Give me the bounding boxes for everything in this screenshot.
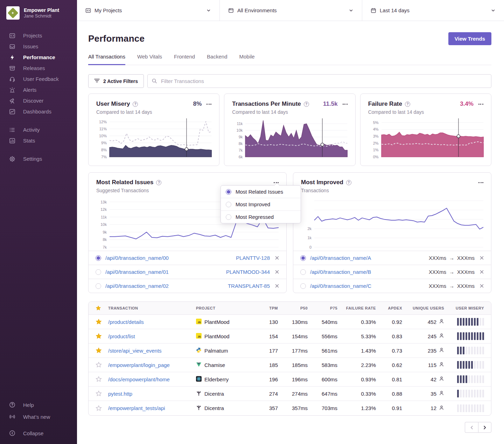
help-icon[interactable]: ? [405, 102, 410, 107]
sidebar-item-user-feedback[interactable]: User Feedback [0, 74, 77, 84]
sidebar-item-projects[interactable]: Projects [0, 30, 77, 41]
sidebar-item-help[interactable]: Help [0, 399, 77, 411]
svg-text:JS: JS [198, 335, 201, 338]
widgets-row: Most Related Issues ? Suggested Transact… [88, 172, 491, 293]
col-apdex: APDEX [378, 306, 404, 310]
tab-backend[interactable]: Backend [207, 54, 227, 65]
close-icon[interactable] [275, 270, 279, 274]
star-filled-icon[interactable] [89, 347, 108, 354]
help-icon[interactable]: ? [133, 102, 138, 107]
transaction-link[interactable]: pytest.http [108, 391, 132, 397]
previous-page-button[interactable] [465, 422, 478, 433]
star-filled-icon[interactable] [89, 319, 108, 325]
environment-selector[interactable]: All Environments [220, 0, 362, 21]
sidebar-item-stats[interactable]: Stats [0, 135, 77, 146]
sidebar-item-releases[interactable]: Releases [0, 63, 77, 74]
sidebar-item-what-s-new[interactable]: What’s new [0, 411, 77, 423]
transaction-link[interactable]: /api/0/transaction_name/A [310, 255, 371, 261]
close-icon[interactable] [275, 256, 279, 260]
radio-button[interactable] [226, 214, 231, 220]
radio-button[interactable] [226, 189, 231, 195]
radio-button[interactable] [300, 255, 306, 261]
unique-users: 115 [404, 362, 446, 368]
issue-link[interactable]: TRANSPLANT-85 [228, 283, 270, 289]
sidebar-item-activity[interactable]: Activity [0, 124, 77, 135]
close-icon[interactable] [479, 256, 484, 260]
star-filled-icon[interactable] [89, 333, 108, 339]
tpm-value: 177 [255, 348, 280, 354]
close-icon[interactable] [275, 284, 279, 288]
radio-button[interactable] [96, 269, 101, 275]
radio-button[interactable] [226, 202, 231, 207]
sidebar-item-issues[interactable]: Issues [0, 41, 77, 52]
projects-icon [9, 33, 15, 39]
radio-button[interactable] [300, 269, 306, 275]
sidebar-item-alerts[interactable]: Alerts [0, 84, 77, 95]
tab-frontend[interactable]: Frontend [174, 54, 195, 65]
tab-web-vitals[interactable]: Web Vitals [137, 54, 162, 65]
ellipsis-menu-button[interactable] [206, 102, 211, 106]
sidebar-item-label: Dashboards [23, 109, 51, 115]
help-icon[interactable]: ? [346, 180, 351, 185]
transaction-link[interactable]: /empowerplant_tests/api [108, 405, 165, 411]
radio-button[interactable] [96, 255, 101, 261]
radio-button[interactable] [300, 283, 306, 289]
ellipsis-menu-button[interactable] [478, 181, 483, 185]
star-outline-icon[interactable] [89, 376, 108, 382]
tpm-value: 196 [255, 376, 280, 382]
transaction-link[interactable]: /api/0/transaction_name/B [310, 269, 371, 275]
menu-option-most-related-issues[interactable]: Most Related Issues [221, 186, 301, 198]
sidebar-item-collapse[interactable]: Collapse [0, 427, 77, 439]
date-range-selector[interactable]: Last 14 days [362, 0, 504, 21]
user-misery-bars [446, 390, 491, 397]
transaction-link[interactable]: /empowerplant/login_page [108, 362, 170, 368]
close-icon[interactable] [479, 284, 484, 288]
active-filters-button[interactable]: 2 Active Filters [88, 74, 144, 88]
transaction-link[interactable]: /product/details [108, 319, 144, 325]
transaction-link[interactable]: /api/0/transaction_name/02 [105, 283, 169, 289]
help-icon[interactable]: ? [304, 102, 309, 107]
unique-users: 12 [404, 405, 446, 411]
user-misery-bars [446, 347, 491, 354]
ellipsis-menu-button[interactable] [343, 102, 348, 106]
transaction-link[interactable]: /api/0/transaction_name/01 [105, 269, 169, 275]
metric-subtitle: Compared to last 14 days [96, 109, 211, 115]
tab-mobile[interactable]: Mobile [239, 54, 254, 65]
p50-value: 130ms [280, 319, 310, 325]
menu-option-most-improved[interactable]: Most Improved [221, 198, 301, 210]
metric-subtitle: Compared to last 14 days [368, 109, 483, 115]
failure-rate-value: 2.23% [340, 362, 378, 368]
transaction-link[interactable]: /docs/empowerplant/home [108, 376, 170, 382]
issue-link[interactable]: PLANTTV-128 [236, 255, 270, 261]
failure-rate-value: 0.33% [340, 391, 378, 397]
sidebar-item-label: Issues [23, 43, 38, 49]
transaction-link[interactable]: /store/api_view_events [108, 348, 162, 354]
tpm-value: 357 [255, 405, 280, 411]
sidebar-item-discover[interactable]: Discover [0, 95, 77, 106]
transaction-link[interactable]: /api/0/transaction_name/00 [105, 255, 169, 261]
issue-link[interactable]: PLANTMOOD-344 [226, 269, 270, 275]
sidebar-item-label: Releases [23, 65, 45, 71]
projects-selector[interactable]: My Projects [77, 0, 220, 21]
sidebar-item-dashboards[interactable]: Dashboards [0, 106, 77, 117]
star-outline-icon[interactable] [89, 390, 108, 397]
gear-icon [9, 156, 15, 162]
star-outline-icon[interactable] [89, 362, 108, 368]
summary-cards-row: User Misery?8%Compared to last 14 days12… [88, 93, 491, 166]
transaction-link[interactable]: /api/0/transaction_name/C [310, 283, 371, 289]
close-icon[interactable] [479, 270, 484, 274]
sidebar-item-performance[interactable]: Performance [0, 52, 77, 63]
view-trends-button[interactable]: View Trends [448, 32, 491, 45]
radio-button[interactable] [96, 283, 101, 289]
tab-all-transactions[interactable]: All Transactions [88, 54, 125, 65]
transaction-link[interactable]: /product/list [108, 333, 135, 339]
org-header[interactable]: ✦ Empower Plant Jane Schmidt [0, 0, 77, 20]
sidebar-item-settings[interactable]: Settings [0, 153, 77, 164]
sidebar-nav: ProjectsIssuesPerformanceReleasesUser Fe… [0, 30, 77, 164]
menu-option-most-regressed[interactable]: Most Regressed [221, 210, 301, 223]
star-outline-icon[interactable] [89, 405, 108, 411]
next-page-button[interactable] [478, 422, 491, 433]
search-input[interactable] [147, 74, 491, 88]
help-icon[interactable]: ? [156, 180, 161, 185]
ellipsis-menu-button[interactable] [478, 102, 483, 106]
